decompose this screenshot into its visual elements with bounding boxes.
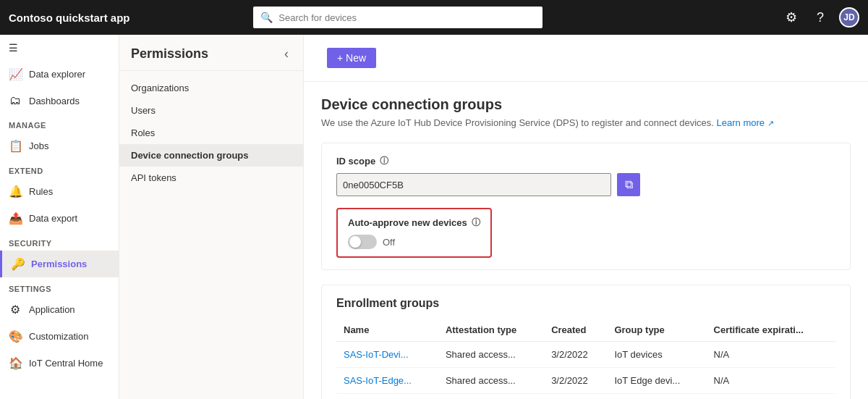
sidebar-item-customization[interactable]: 🎨 Customization (0, 323, 119, 350)
hamburger-icon: ☰ (9, 42, 18, 54)
close-panel-button[interactable]: ‹ (281, 45, 292, 63)
page-subtitle: We use the Azure IoT Hub Device Provisio… (321, 117, 851, 128)
cell-cert-expiry: N/A (707, 368, 835, 394)
col-header-attestation: Attestation type (438, 319, 544, 342)
cell-group-type: IoT Edge devi... (607, 368, 706, 394)
sidebar-item-data-explorer[interactable]: 📈 Data explorer (0, 61, 119, 88)
mid-nav-api-tokens[interactable]: API tokens (119, 167, 303, 189)
mid-nav-users[interactable]: Users (119, 99, 303, 122)
id-scope-label: ID scope ⓘ (336, 155, 835, 167)
enrollment-table: Name Attestation type Created Group type… (336, 319, 835, 394)
home-icon: 🏠 (9, 356, 22, 370)
id-scope-card: ID scope ⓘ ⧉ Auto-approve new devices ⓘ (321, 143, 851, 270)
permissions-icon: 🔑 (11, 257, 24, 271)
sidebar-item-label: Application (29, 304, 75, 315)
enrollment-title: Enrollment groups (336, 297, 835, 310)
search-icon: 🔍 (260, 12, 273, 23)
mid-panel-title: Permissions (131, 46, 208, 62)
sidebar-item-label: Customization (29, 331, 88, 342)
col-header-group-type: Group type (607, 319, 706, 342)
new-button[interactable]: + New (327, 48, 376, 68)
mid-panel: Permissions ‹ Organizations Users Roles … (119, 35, 304, 399)
sidebar-item-label: IoT Central Home (29, 358, 103, 369)
sidebar-item-dashboards[interactable]: 🗂 Dashboards (0, 88, 119, 114)
manage-section-label: Manage (0, 114, 119, 133)
table-row: SAS-IoT-Edge... Shared access... 3/2/202… (336, 368, 835, 394)
hamburger-button[interactable]: ☰ (0, 35, 119, 61)
data-export-icon: 📤 (9, 211, 22, 225)
dashboards-icon: 🗂 (9, 94, 22, 107)
toolbar: + New (304, 35, 868, 82)
row-name-link[interactable]: SAS-IoT-Devi... (344, 349, 409, 360)
help-icon[interactable]: ? (810, 7, 830, 28)
toggle-row: Off (348, 235, 480, 249)
application-icon: ⚙ (9, 303, 22, 316)
cell-name[interactable]: SAS-IoT-Devi... (336, 342, 438, 368)
mid-nav-device-connection-groups[interactable]: Device connection groups (119, 144, 303, 167)
toggle-state-label: Off (383, 237, 395, 248)
search-bar[interactable]: 🔍 (253, 7, 542, 28)
jobs-icon: 📋 (9, 139, 22, 153)
main-area: + New Device connection groups We use th… (304, 35, 868, 399)
auto-approve-label: Auto-approve new devices ⓘ (348, 217, 480, 229)
learn-more-link[interactable]: Learn more ↗ (717, 117, 774, 128)
settings-section-label: Settings (0, 277, 119, 296)
mid-nav: Organizations Users Roles Device connect… (119, 71, 303, 195)
mid-header: Permissions ‹ (119, 35, 303, 71)
cell-attestation: Shared access... (438, 368, 544, 394)
id-scope-info-icon[interactable]: ⓘ (380, 155, 388, 167)
col-header-cert-expiry: Certificate expirati... (707, 319, 835, 342)
settings-icon[interactable]: ⚙ (781, 7, 801, 28)
data-explorer-icon: 📈 (9, 67, 22, 81)
rules-icon: 🔔 (9, 185, 22, 198)
security-section-label: Security (0, 232, 119, 251)
page-title: Device connection groups (321, 96, 851, 113)
row-name-link[interactable]: SAS-IoT-Edge... (344, 375, 412, 386)
avatar[interactable]: JD (839, 7, 859, 28)
sidebar: ☰ 📈 Data explorer 🗂 Dashboards Manage 📋 … (0, 35, 119, 399)
enrollment-card: Enrollment groups Name Attestation type … (321, 285, 851, 399)
cell-created: 3/2/2022 (544, 342, 607, 368)
auto-approve-toggle[interactable] (348, 235, 377, 249)
mid-nav-roles[interactable]: Roles (119, 122, 303, 144)
sidebar-item-label: Dashboards (29, 96, 80, 106)
cell-name[interactable]: SAS-IoT-Edge... (336, 368, 438, 394)
topbar: Contoso quickstart app 🔍 ⚙ ? JD (0, 0, 868, 35)
sidebar-item-iot-central-home[interactable]: 🏠 IoT Central Home (0, 350, 119, 377)
customization-icon: 🎨 (9, 329, 22, 343)
sidebar-item-data-export[interactable]: 📤 Data export (0, 205, 119, 232)
sidebar-item-label: Data explorer (29, 69, 85, 80)
scope-input-row: ⧉ (336, 173, 835, 196)
sidebar-item-label: Rules (29, 186, 53, 197)
sidebar-item-permissions[interactable]: 🔑 Permissions (0, 251, 119, 277)
cell-created: 3/2/2022 (544, 368, 607, 394)
col-header-created: Created (544, 319, 607, 342)
app-title: Contoso quickstart app (9, 12, 130, 24)
sidebar-item-jobs[interactable]: 📋 Jobs (0, 133, 119, 159)
search-input[interactable] (278, 12, 535, 23)
copy-button[interactable]: ⧉ (617, 173, 640, 196)
sidebar-item-rules[interactable]: 🔔 Rules (0, 178, 119, 205)
mid-nav-organizations[interactable]: Organizations (119, 77, 303, 99)
col-header-name: Name (336, 319, 438, 342)
layout: ☰ 📈 Data explorer 🗂 Dashboards Manage 📋 … (0, 35, 868, 399)
auto-approve-box: Auto-approve new devices ⓘ Off (336, 208, 492, 258)
cell-cert-expiry: N/A (707, 342, 835, 368)
cell-attestation: Shared access... (438, 342, 544, 368)
topbar-icons: ⚙ ? JD (781, 7, 859, 28)
sidebar-item-label: Permissions (31, 259, 87, 269)
extend-section-label: Extend (0, 159, 119, 178)
id-scope-input[interactable] (336, 173, 611, 196)
sidebar-item-label: Jobs (29, 140, 48, 151)
main-content: Device connection groups We use the Azur… (304, 82, 868, 399)
table-row: SAS-IoT-Devi... Shared access... 3/2/202… (336, 342, 835, 368)
auto-approve-info-icon[interactable]: ⓘ (472, 217, 480, 229)
sidebar-item-label: Data export (29, 213, 77, 224)
cell-group-type: IoT devices (607, 342, 706, 368)
external-link-icon: ↗ (767, 119, 774, 127)
toggle-thumb (349, 236, 361, 248)
sidebar-item-application[interactable]: ⚙ Application (0, 296, 119, 323)
